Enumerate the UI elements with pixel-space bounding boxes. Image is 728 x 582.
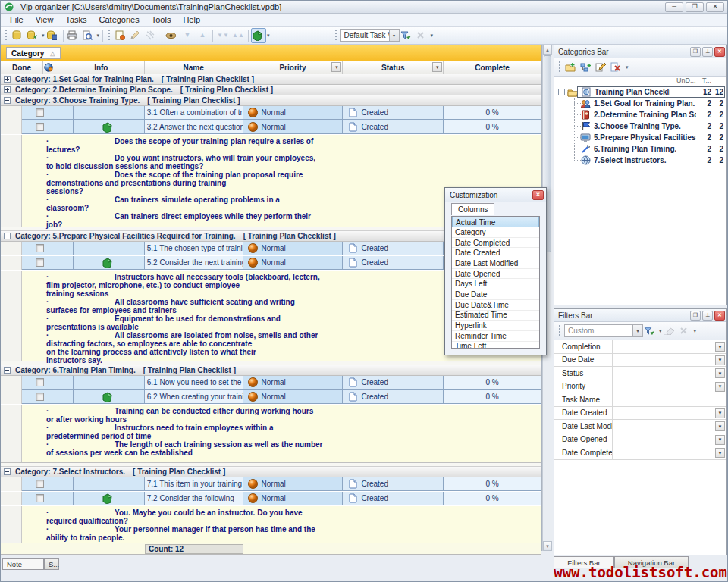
combo-dropdown-icon[interactable]: ▾: [632, 325, 642, 336]
task-name-cell[interactable]: 3.2 Answer the next questions to: [145, 120, 243, 134]
filter-row-date-completed[interactable]: Date Completed▼: [554, 446, 726, 460]
task-priority-cell[interactable]: Normal: [243, 477, 344, 491]
column-option-category[interactable]: Category: [452, 227, 539, 238]
collapse-icon[interactable]: [4, 367, 11, 374]
column-option-days-left[interactable]: Days Left: [452, 279, 539, 289]
dropdown-caret-icon[interactable]: ▾: [42, 33, 45, 39]
scroll-down-button[interactable]: ▼: [543, 541, 552, 551]
menu-file[interactable]: File: [4, 14, 30, 26]
task-done-cell[interactable]: [22, 492, 58, 505]
column-header-complete[interactable]: Complete: [444, 61, 541, 74]
new-database-button[interactable]: [11, 28, 26, 43]
task-row[interactable]: 6.2 When creating your trainingNormalCre…: [1, 390, 541, 405]
done-checkbox[interactable]: [36, 244, 44, 252]
task-status-cell[interactable]: Created: [343, 120, 444, 134]
done-checkbox[interactable]: [36, 393, 44, 401]
filter-dropdown-icon[interactable]: ▼: [715, 421, 725, 431]
menu-view[interactable]: View: [30, 14, 60, 26]
task-priority-cell[interactable]: Normal: [243, 390, 344, 404]
task-name-cell[interactable]: 3.1 Often a combination of training: [145, 106, 243, 120]
filter-row-status[interactable]: Status▼: [554, 367, 726, 380]
apply-filter-button[interactable]: [643, 324, 658, 339]
move-down-button[interactable]: ▼: [180, 28, 195, 43]
task-status-cell[interactable]: Created: [343, 477, 444, 491]
group-row-category-2[interactable]: Category: 2.Determine Training Plan Scop…: [1, 85, 541, 95]
delete-task-button[interactable]: [144, 28, 159, 43]
panel-restore-icon[interactable]: ❐: [690, 47, 701, 57]
print-button[interactable]: [66, 28, 81, 43]
collapse-icon[interactable]: [4, 468, 11, 475]
filter-dropdown-icon[interactable]: ▼: [715, 408, 725, 418]
move-up-button[interactable]: ▲: [195, 28, 210, 43]
panel-close-icon[interactable]: ✕: [714, 47, 725, 57]
done-checkbox[interactable]: [36, 480, 44, 488]
task-done-cell[interactable]: [22, 390, 58, 404]
task-status-cell[interactable]: Created: [343, 256, 444, 270]
column-header-status[interactable]: Status▼: [343, 61, 444, 74]
task-priority-cell[interactable]: Normal: [243, 492, 344, 505]
done-checkbox[interactable]: [36, 494, 44, 502]
hide-completed-button[interactable]: [165, 28, 180, 43]
filter-dropdown-icon[interactable]: ▼: [715, 448, 725, 458]
tree-item-row[interactable]: 2.Determine Training Plan Sco22: [554, 109, 726, 120]
minimize-button[interactable]: ─: [665, 2, 683, 12]
columns-tab[interactable]: Columns: [451, 203, 494, 215]
tree-item-row[interactable]: 6.Training Plan Timing.22: [554, 143, 726, 155]
column-option-due-date[interactable]: Due Date: [452, 289, 539, 300]
dropdown-caret-icon[interactable]: ▾: [431, 33, 434, 39]
task-row[interactable]: 3.2 Answer the next questions toNormalCr…: [1, 120, 541, 135]
tree-item-row[interactable]: 5.Prepare Physical Facilities R22: [554, 132, 726, 143]
task-priority-cell[interactable]: Normal: [243, 242, 344, 255]
print-preview-button[interactable]: [81, 28, 96, 43]
collapse-icon[interactable]: [4, 233, 11, 239]
menu-tasks[interactable]: Tasks: [59, 14, 93, 26]
done-checkbox[interactable]: [36, 108, 44, 117]
clear-filter-button[interactable]: [663, 324, 678, 339]
move-bottom-button[interactable]: ▼▼: [215, 28, 231, 43]
filter-preset-combobox[interactable]: Custom▾: [564, 324, 643, 337]
task-status-cell[interactable]: Created: [343, 390, 444, 404]
task-row[interactable]: 6.1 Now you need to set the lengthNormal…: [1, 376, 541, 390]
done-checkbox[interactable]: [36, 123, 44, 131]
panel-pin-icon[interactable]: ⊥: [702, 311, 713, 321]
filter-dropdown-icon[interactable]: ▼: [331, 62, 341, 72]
new-category-button[interactable]: [564, 60, 579, 75]
task-done-cell[interactable]: [22, 242, 58, 255]
column-option-estimated-time[interactable]: Estimated Time: [452, 311, 539, 321]
column-option-actual-time[interactable]: Actual Time: [452, 217, 539, 227]
column-option-time-left[interactable]: Time Left: [452, 342, 539, 349]
done-checkbox[interactable]: [36, 378, 44, 386]
filter-dropdown-icon[interactable]: ▼: [432, 62, 442, 72]
filter-row-priority[interactable]: Priority▼: [554, 380, 726, 394]
task-done-cell[interactable]: [22, 477, 58, 491]
edit-task-button[interactable]: [129, 28, 144, 43]
panel-restore-icon[interactable]: ❐: [690, 311, 701, 321]
close-button[interactable]: ✕: [706, 2, 724, 12]
column-header-priority[interactable]: Priority▼: [243, 61, 344, 74]
delete-filter-button[interactable]: [678, 324, 693, 339]
task-name-cell[interactable]: 6.2 When creating your training: [145, 390, 243, 404]
column-header-info[interactable]: Info: [58, 61, 145, 74]
restore-button[interactable]: ❐: [686, 2, 704, 12]
tree-root-row[interactable]: Training Plan Checklist1212: [554, 86, 726, 98]
collapse-icon[interactable]: [4, 97, 11, 104]
open-database-button[interactable]: [26, 28, 41, 43]
task-status-cell[interactable]: Created: [343, 242, 444, 255]
column-option-hyperlink[interactable]: Hyperlink: [452, 321, 539, 331]
menu-help[interactable]: Help: [177, 14, 206, 26]
edit-category-button[interactable]: [595, 60, 610, 75]
column-option-date-last-modified[interactable]: Date Last Modified: [452, 258, 539, 269]
filter-row-task-name[interactable]: Task Name: [554, 393, 726, 407]
save-database-button[interactable]: [46, 28, 61, 43]
task-done-cell[interactable]: [22, 376, 58, 390]
task-priority-cell[interactable]: Normal: [243, 376, 344, 390]
panel-pin-icon[interactable]: ⊥: [702, 47, 713, 57]
expand-icon[interactable]: [4, 86, 11, 93]
menu-tools[interactable]: Tools: [146, 14, 177, 26]
customization-dialog-titlebar[interactable]: Customization ✕: [445, 188, 546, 202]
task-name-cell[interactable]: 7.1 This item in your training plan: [145, 477, 243, 491]
menu-categories[interactable]: Categories: [93, 14, 146, 26]
column-option-date-completed[interactable]: Date Completed: [452, 238, 539, 249]
expand-icon[interactable]: [4, 76, 11, 83]
filter-dropdown-icon[interactable]: ▼: [715, 435, 725, 445]
